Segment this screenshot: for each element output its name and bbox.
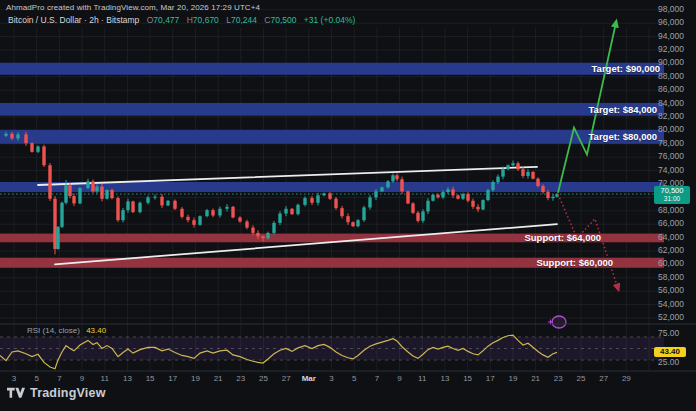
symbol-title[interactable]: Bitcoin / U.S. Dollar · 2h · Bitstamp — [8, 15, 139, 25]
price-axis-label: 68,000 — [658, 206, 684, 215]
bar-countdown: 31:00 — [654, 195, 690, 203]
current-price-value: 70,500 — [654, 187, 690, 195]
rsi-axis-label: 25.00 — [658, 358, 679, 367]
price-axis-label: 56,000 — [658, 286, 684, 295]
price-axis-label: 96,000 — [658, 18, 684, 27]
time-axis-label: 29 — [613, 374, 639, 384]
support-band-label: Support: $60,000 — [536, 257, 613, 268]
price-axis-label: 54,000 — [658, 300, 684, 309]
price-axis-label: 74,000 — [658, 166, 684, 175]
price-axis-label: 82,000 — [658, 112, 684, 121]
resistance-band — [0, 130, 664, 144]
price-axis-label: 66,000 — [658, 219, 684, 228]
rsi-value-tag: 43.40 — [654, 347, 686, 357]
resistance-band-label: Target: $80,000 — [589, 131, 657, 142]
price-axis-label: 80,000 — [658, 125, 684, 134]
price-axis-label: 62,000 — [658, 246, 684, 255]
price-axis-label: 88,000 — [658, 72, 684, 81]
tradingview-chart-snapshot: AhmadPro created with TradingView.com, M… — [0, 0, 696, 411]
resistance-band-label: Target: $84,000 — [589, 104, 657, 115]
attribution-text: AhmadPro created with TradingView.com, M… — [6, 3, 260, 12]
tradingview-logo-text: TradingView — [30, 386, 106, 400]
cursor-circle-annotation — [552, 316, 566, 328]
price-axis-label: 64,000 — [658, 233, 684, 242]
ohlc-open-value: 70,477 — [153, 15, 179, 25]
tradingview-logo[interactable]: TradingView — [7, 386, 106, 400]
change-value: +31 (+0.04%) — [304, 15, 356, 25]
price-axis-label: 52,000 — [658, 313, 684, 322]
rsi-label-value: 43.40 — [86, 326, 106, 335]
rsi-indicator-label[interactable]: RSI (14, close) 43.40 — [27, 326, 106, 335]
price-axis-label: 58,000 — [658, 273, 684, 282]
resistance-band — [0, 63, 664, 75]
price-axis-label: 60,000 — [658, 259, 684, 268]
price-axis-label: 94,000 — [658, 32, 684, 41]
ohlc-close-value: 70,500 — [270, 15, 296, 25]
price-axis-label: 78,000 — [658, 139, 684, 148]
price-axis-label: 76,000 — [658, 152, 684, 161]
current-price-tag: 70,500 31:00 — [654, 186, 690, 204]
ohlc-low-value: 70,244 — [231, 15, 257, 25]
chart-canvas[interactable] — [0, 0, 696, 411]
support-band-label: Support: $64,000 — [524, 232, 601, 243]
price-axis-label: 98,000 — [658, 5, 684, 14]
resistance-band — [0, 103, 664, 116]
tradingview-logo-icon — [7, 387, 25, 399]
rsi-label-text: RSI (14, close) — [27, 326, 80, 335]
rsi-axis-label: 75.00 — [658, 329, 679, 338]
price-axis-label: 92,000 — [658, 45, 684, 54]
resistance-band-label: Target: $90,000 — [592, 63, 660, 74]
price-axis-label: 86,000 — [658, 85, 684, 94]
price-axis-label: 90,000 — [658, 58, 684, 67]
price-axis-label: 84,000 — [658, 99, 684, 108]
symbol-row: Bitcoin / U.S. Dollar · 2h · Bitstamp O7… — [8, 15, 355, 25]
ohlc-high-value: 70,670 — [193, 15, 219, 25]
